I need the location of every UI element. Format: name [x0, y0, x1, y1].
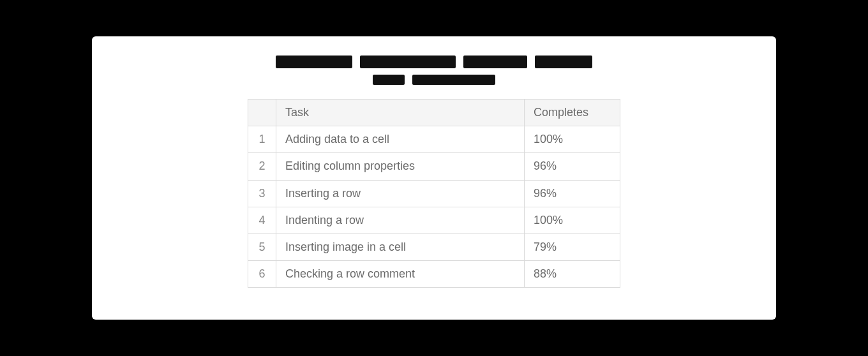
table-row: 1 Adding data to a cell 100% [248, 126, 620, 153]
cell-task: Editing column properties [276, 153, 525, 180]
cell-index: 2 [248, 153, 276, 180]
cell-index: 5 [248, 234, 276, 260]
content-card: Task Completes 1 Adding data to a cell 1… [92, 36, 776, 320]
col-header-completes: Completes [525, 100, 620, 126]
col-header-task: Task [276, 100, 525, 126]
cell-index: 1 [248, 126, 276, 153]
table-row: 5 Inserting image in a cell 79% [248, 234, 620, 260]
cell-completes: 96% [525, 180, 620, 207]
redacted-word [463, 56, 527, 68]
cell-task: Adding data to a cell [276, 126, 525, 153]
redacted-title-line-1 [276, 56, 592, 68]
cell-task: Checking a row comment [276, 261, 525, 288]
cell-index: 6 [248, 261, 276, 288]
redacted-title-line-2 [373, 75, 495, 85]
redacted-word [412, 75, 495, 85]
redacted-word [535, 56, 592, 68]
cell-completes: 79% [525, 234, 620, 260]
col-header-index [248, 100, 276, 126]
table-header-row: Task Completes [248, 100, 620, 126]
redacted-word [276, 56, 352, 68]
cell-index: 3 [248, 180, 276, 207]
table-row: 4 Indenting a row 100% [248, 207, 620, 234]
cell-index: 4 [248, 207, 276, 234]
cell-task: Inserting a row [276, 180, 525, 207]
cell-task: Inserting image in a cell [276, 234, 525, 260]
table-row: 2 Editing column properties 96% [248, 153, 620, 180]
table-row: 3 Inserting a row 96% [248, 180, 620, 207]
cell-completes: 88% [525, 261, 620, 288]
cell-task: Indenting a row [276, 207, 525, 234]
cell-completes: 96% [525, 153, 620, 180]
table-row: 6 Checking a row comment 88% [248, 261, 620, 288]
redacted-title-block [276, 56, 592, 85]
redacted-word [360, 56, 456, 68]
cell-completes: 100% [525, 126, 620, 153]
cell-completes: 100% [525, 207, 620, 234]
results-table: Task Completes 1 Adding data to a cell 1… [248, 99, 620, 288]
redacted-word [373, 75, 405, 85]
